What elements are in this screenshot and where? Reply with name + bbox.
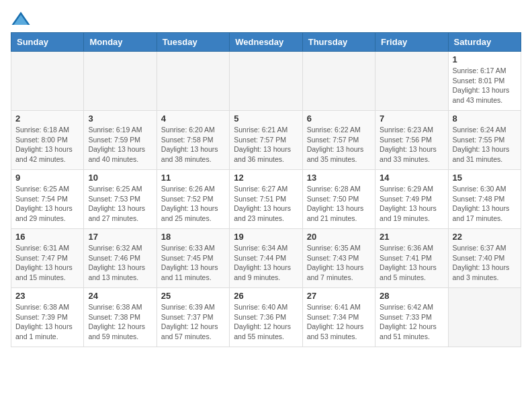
day-info: Sunrise: 6:39 AM Sunset: 7:37 PM Dayligh…	[161, 302, 225, 342]
week-row-2: 2Sunrise: 6:18 AM Sunset: 8:00 PM Daylig…	[11, 111, 521, 170]
week-row-5: 23Sunrise: 6:38 AM Sunset: 7:39 PM Dayli…	[11, 288, 521, 347]
day-number: 22	[453, 232, 517, 242]
day-number: 4	[161, 113, 225, 124]
calendar-cell: 28Sunrise: 6:42 AM Sunset: 7:33 PM Dayli…	[375, 288, 448, 347]
day-info: Sunrise: 6:23 AM Sunset: 7:56 PM Dayligh…	[380, 125, 443, 165]
calendar-cell: 23Sunrise: 6:38 AM Sunset: 7:39 PM Dayli…	[11, 288, 84, 347]
header	[11, 11, 521, 27]
logo	[11, 11, 34, 27]
calendar-cell: 2Sunrise: 6:18 AM Sunset: 8:00 PM Daylig…	[11, 111, 84, 170]
day-info: Sunrise: 6:42 AM Sunset: 7:33 PM Dayligh…	[380, 302, 443, 342]
header-tuesday: Tuesday	[157, 33, 229, 52]
day-info: Sunrise: 6:27 AM Sunset: 7:51 PM Dayligh…	[234, 184, 298, 224]
calendar-cell: 8Sunrise: 6:24 AM Sunset: 7:55 PM Daylig…	[448, 111, 521, 170]
day-info: Sunrise: 6:41 AM Sunset: 7:34 PM Dayligh…	[307, 302, 371, 342]
day-info: Sunrise: 6:40 AM Sunset: 7:36 PM Dayligh…	[234, 302, 298, 342]
day-info: Sunrise: 6:37 AM Sunset: 7:40 PM Dayligh…	[453, 243, 517, 283]
calendar-cell	[448, 288, 521, 347]
header-friday: Friday	[375, 33, 448, 52]
header-monday: Monday	[84, 33, 157, 52]
day-number: 5	[234, 113, 298, 124]
day-number: 17	[88, 232, 152, 242]
day-info: Sunrise: 6:26 AM Sunset: 7:52 PM Dayligh…	[161, 184, 225, 224]
day-info: Sunrise: 6:22 AM Sunset: 7:57 PM Dayligh…	[307, 125, 371, 165]
calendar-cell: 17Sunrise: 6:32 AM Sunset: 7:46 PM Dayli…	[84, 229, 157, 288]
day-info: Sunrise: 6:36 AM Sunset: 7:41 PM Dayligh…	[380, 243, 443, 283]
day-number: 27	[307, 291, 371, 301]
day-info: Sunrise: 6:38 AM Sunset: 7:39 PM Dayligh…	[15, 302, 79, 342]
day-number: 21	[380, 232, 443, 242]
calendar-cell	[375, 52, 448, 111]
week-row-1: 1Sunrise: 6:17 AM Sunset: 8:01 PM Daylig…	[11, 52, 521, 111]
day-info: Sunrise: 6:33 AM Sunset: 7:45 PM Dayligh…	[161, 243, 225, 283]
calendar-cell	[230, 52, 302, 111]
calendar-cell: 20Sunrise: 6:35 AM Sunset: 7:43 PM Dayli…	[302, 229, 375, 288]
header-thursday: Thursday	[302, 33, 375, 52]
day-info: Sunrise: 6:25 AM Sunset: 7:53 PM Dayligh…	[88, 184, 152, 224]
calendar-cell: 27Sunrise: 6:41 AM Sunset: 7:34 PM Dayli…	[302, 288, 375, 347]
day-number: 10	[88, 173, 152, 183]
day-number: 7	[380, 113, 443, 124]
day-number: 25	[161, 291, 225, 301]
calendar-cell: 5Sunrise: 6:21 AM Sunset: 7:57 PM Daylig…	[230, 111, 302, 170]
week-row-3: 9Sunrise: 6:25 AM Sunset: 7:54 PM Daylig…	[11, 170, 521, 229]
day-number: 11	[161, 173, 225, 183]
day-info: Sunrise: 6:32 AM Sunset: 7:46 PM Dayligh…	[88, 243, 152, 283]
calendar-cell: 26Sunrise: 6:40 AM Sunset: 7:36 PM Dayli…	[230, 288, 302, 347]
day-number: 14	[380, 173, 443, 183]
day-info: Sunrise: 6:21 AM Sunset: 7:57 PM Dayligh…	[234, 125, 298, 165]
calendar-cell: 15Sunrise: 6:30 AM Sunset: 7:48 PM Dayli…	[448, 170, 521, 229]
calendar-cell: 7Sunrise: 6:23 AM Sunset: 7:56 PM Daylig…	[375, 111, 448, 170]
header-wednesday: Wednesday	[230, 33, 302, 52]
day-info: Sunrise: 6:34 AM Sunset: 7:44 PM Dayligh…	[234, 243, 298, 283]
day-info: Sunrise: 6:29 AM Sunset: 7:49 PM Dayligh…	[380, 184, 443, 224]
calendar-table: SundayMondayTuesdayWednesdayThursdayFrid…	[11, 32, 521, 347]
calendar-cell: 25Sunrise: 6:39 AM Sunset: 7:37 PM Dayli…	[157, 288, 229, 347]
calendar-cell: 3Sunrise: 6:19 AM Sunset: 7:59 PM Daylig…	[84, 111, 157, 170]
header-sunday: Sunday	[11, 33, 84, 52]
day-number: 6	[307, 113, 371, 124]
generalblue-logo-icon	[11, 11, 31, 27]
day-number: 18	[161, 232, 225, 242]
day-info: Sunrise: 6:20 AM Sunset: 7:58 PM Dayligh…	[161, 125, 225, 165]
day-number: 3	[88, 113, 152, 124]
calendar-cell	[302, 52, 375, 111]
day-number: 23	[15, 291, 79, 301]
header-saturday: Saturday	[448, 33, 521, 52]
calendar-cell: 19Sunrise: 6:34 AM Sunset: 7:44 PM Dayli…	[230, 229, 302, 288]
calendar-cell	[157, 52, 229, 111]
calendar-cell	[84, 52, 157, 111]
day-number: 15	[453, 173, 517, 183]
day-number: 2	[15, 113, 79, 124]
day-info: Sunrise: 6:18 AM Sunset: 8:00 PM Dayligh…	[15, 125, 79, 165]
calendar-cell: 14Sunrise: 6:29 AM Sunset: 7:49 PM Dayli…	[375, 170, 448, 229]
day-info: Sunrise: 6:31 AM Sunset: 7:47 PM Dayligh…	[15, 243, 79, 283]
calendar-cell: 24Sunrise: 6:38 AM Sunset: 7:38 PM Dayli…	[84, 288, 157, 347]
calendar-cell: 12Sunrise: 6:27 AM Sunset: 7:51 PM Dayli…	[230, 170, 302, 229]
calendar-header-row: SundayMondayTuesdayWednesdayThursdayFrid…	[11, 33, 521, 52]
day-number: 28	[380, 291, 443, 301]
calendar-cell: 6Sunrise: 6:22 AM Sunset: 7:57 PM Daylig…	[302, 111, 375, 170]
day-number: 24	[88, 291, 152, 301]
day-number: 26	[234, 291, 298, 301]
day-number: 16	[15, 232, 79, 242]
calendar-cell: 16Sunrise: 6:31 AM Sunset: 7:47 PM Dayli…	[11, 229, 84, 288]
day-info: Sunrise: 6:25 AM Sunset: 7:54 PM Dayligh…	[15, 184, 79, 224]
calendar-cell: 9Sunrise: 6:25 AM Sunset: 7:54 PM Daylig…	[11, 170, 84, 229]
day-info: Sunrise: 6:17 AM Sunset: 8:01 PM Dayligh…	[453, 66, 517, 105]
calendar-cell: 22Sunrise: 6:37 AM Sunset: 7:40 PM Dayli…	[448, 229, 521, 288]
calendar-cell	[11, 52, 84, 111]
week-row-4: 16Sunrise: 6:31 AM Sunset: 7:47 PM Dayli…	[11, 229, 521, 288]
day-number: 1	[453, 54, 517, 64]
day-number: 13	[307, 173, 371, 183]
day-info: Sunrise: 6:19 AM Sunset: 7:59 PM Dayligh…	[88, 125, 152, 165]
day-number: 9	[15, 173, 79, 183]
day-info: Sunrise: 6:35 AM Sunset: 7:43 PM Dayligh…	[307, 243, 371, 283]
day-info: Sunrise: 6:38 AM Sunset: 7:38 PM Dayligh…	[88, 302, 152, 342]
calendar-cell: 10Sunrise: 6:25 AM Sunset: 7:53 PM Dayli…	[84, 170, 157, 229]
calendar-cell: 13Sunrise: 6:28 AM Sunset: 7:50 PM Dayli…	[302, 170, 375, 229]
calendar-cell: 21Sunrise: 6:36 AM Sunset: 7:41 PM Dayli…	[375, 229, 448, 288]
day-info: Sunrise: 6:30 AM Sunset: 7:48 PM Dayligh…	[453, 184, 517, 224]
day-number: 8	[453, 113, 517, 124]
calendar-cell: 18Sunrise: 6:33 AM Sunset: 7:45 PM Dayli…	[157, 229, 229, 288]
